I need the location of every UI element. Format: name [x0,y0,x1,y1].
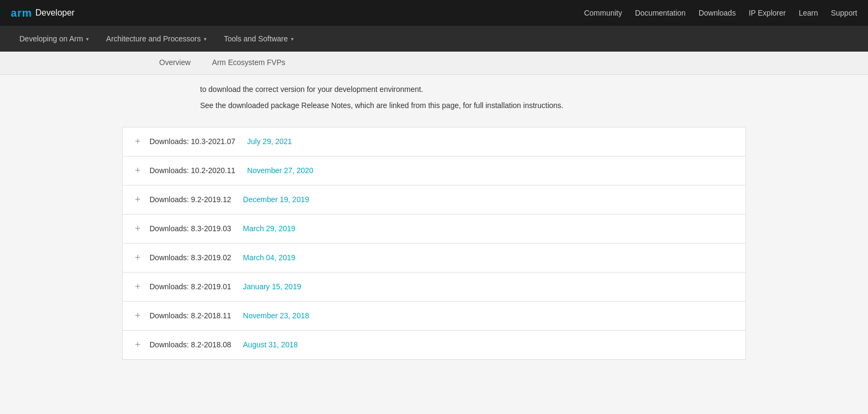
intro-section: to download the correct version for your… [111,75,757,127]
download-date-dl-4: March 29, 2019 [243,224,295,233]
secondary-navigation: Developing on Arm ▾ Architecture and Pro… [0,26,868,52]
download-date-dl-3: December 19, 2019 [243,195,309,204]
tab-overview[interactable]: Overview [148,52,201,74]
architecture-processors-label: Architecture and Processors [106,34,201,43]
tools-software-chevron: ▾ [291,36,294,42]
download-item-header-dl-8[interactable]: + Downloads: 8.2-2018.08 August 31, 2018 [123,331,745,359]
developing-on-arm-label: Developing on Arm [19,34,83,43]
plus-icon-dl-3: + [133,194,142,205]
plus-icon-dl-4: + [133,223,142,234]
developing-on-arm-chevron: ▾ [86,36,89,42]
download-label-dl-2: Downloads: 10.2-2020.11 [150,166,236,175]
download-item-header-dl-5[interactable]: + Downloads: 8.3-2019.02 March 04, 2019 [123,244,745,272]
download-item-header-dl-2[interactable]: + Downloads: 10.2-2020.11 November 27, 2… [123,156,745,185]
download-label-dl-8: Downloads: 8.2-2018.08 [150,340,231,349]
download-item-header-dl-3[interactable]: + Downloads: 9.2-2019.12 December 19, 20… [123,185,745,214]
plus-icon-dl-8: + [133,339,142,351]
download-date-dl-1: July 29, 2021 [247,137,292,146]
arm-logo-text: arm [11,7,32,19]
top-navigation: arm Developer Community Documentation Do… [0,0,868,26]
documentation-link[interactable]: Documentation [635,9,686,17]
secondary-nav-developing-on-arm[interactable]: Developing on Arm ▾ [11,26,97,52]
plus-icon-dl-5: + [133,252,142,263]
download-item-header-dl-6[interactable]: + Downloads: 8.2-2019.01 January 15, 201… [123,273,745,301]
developer-text: Developer [35,8,75,18]
download-item-dl-3: + Downloads: 9.2-2019.12 December 19, 20… [122,185,746,214]
download-item-header-dl-4[interactable]: + Downloads: 8.3-2019.03 March 29, 2019 [123,215,745,243]
intro-text-block: to download the correct version for your… [200,75,668,127]
plus-icon-dl-6: + [133,281,142,292]
secondary-nav-tools-software[interactable]: Tools and Software ▾ [215,26,302,52]
download-date-dl-6: January 15, 2019 [243,282,301,291]
download-item-dl-8: + Downloads: 8.2-2018.08 August 31, 2018 [122,330,746,360]
sub-tab-navigation: Overview Arm Ecosystem FVPs [0,52,868,75]
tab-arm-ecosystem-fvps[interactable]: Arm Ecosystem FVPs [201,52,296,74]
plus-icon-dl-1: + [133,136,142,147]
download-item-dl-6: + Downloads: 8.2-2019.01 January 15, 201… [122,272,746,301]
download-date-dl-2: November 27, 2020 [247,166,314,175]
download-item-dl-7: + Downloads: 8.2-2018.11 November 23, 20… [122,301,746,330]
plus-icon-dl-2: + [133,165,142,176]
tools-software-label: Tools and Software [224,34,288,43]
download-item-dl-4: + Downloads: 8.3-2019.03 March 29, 2019 [122,214,746,243]
download-label-dl-4: Downloads: 8.3-2019.03 [150,224,231,233]
download-label-dl-1: Downloads: 10.3-2021.07 [150,137,236,146]
ip-explorer-link[interactable]: IP Explorer [749,9,786,17]
learn-link[interactable]: Learn [799,9,818,17]
download-date-dl-8: August 31, 2018 [243,340,298,349]
download-list: + Downloads: 10.3-2021.07 July 29, 2021 … [111,127,757,381]
arm-logo: arm Developer [11,7,75,19]
logo-area: arm Developer [11,7,75,19]
partial-text: to download the correct version for your… [200,83,668,95]
downloads-link[interactable]: Downloads [699,9,736,17]
top-nav-links: Community Documentation Downloads IP Exp… [584,9,857,17]
download-item-dl-1: + Downloads: 10.3-2021.07 July 29, 2021 [122,127,746,156]
download-label-dl-3: Downloads: 9.2-2019.12 [150,195,231,204]
download-label-dl-5: Downloads: 8.3-2019.02 [150,253,231,262]
download-item-header-dl-1[interactable]: + Downloads: 10.3-2021.07 July 29, 2021 [123,127,745,156]
download-item-dl-2: + Downloads: 10.2-2020.11 November 27, 2… [122,156,746,185]
full-text: See the downloaded package Release Notes… [200,99,668,111]
secondary-nav-architecture-processors[interactable]: Architecture and Processors ▾ [97,26,215,52]
support-link[interactable]: Support [831,9,857,17]
download-date-dl-7: November 23, 2018 [243,311,309,320]
plus-icon-dl-7: + [133,310,142,322]
download-label-dl-7: Downloads: 8.2-2018.11 [150,311,231,320]
download-label-dl-6: Downloads: 8.2-2019.01 [150,282,231,291]
architecture-processors-chevron: ▾ [204,36,207,42]
download-item-header-dl-7[interactable]: + Downloads: 8.2-2018.11 November 23, 20… [123,302,745,330]
download-date-dl-5: March 04, 2019 [243,253,295,262]
download-item-dl-5: + Downloads: 8.3-2019.02 March 04, 2019 [122,243,746,272]
community-link[interactable]: Community [584,9,622,17]
